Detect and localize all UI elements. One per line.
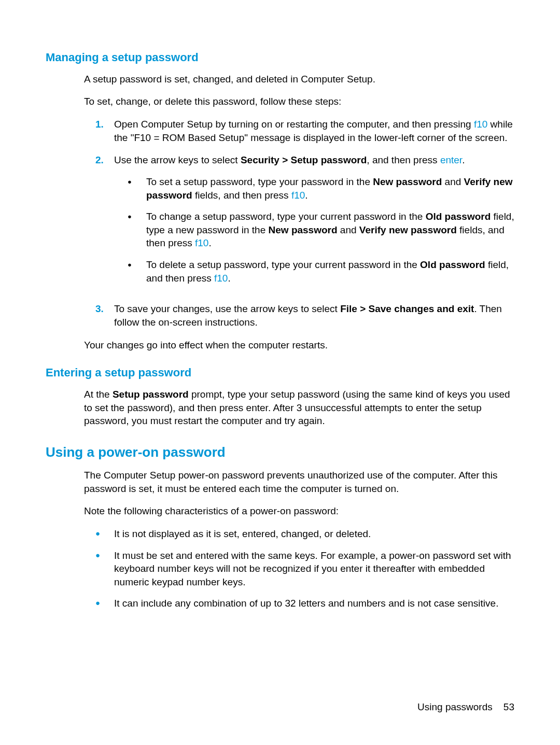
sub-bullet-content: To delete a setup password, type your cu… <box>146 258 514 285</box>
page-footer: Using passwords 53 <box>417 700 514 714</box>
paragraph: A setup password is set, changed, and de… <box>84 73 514 86</box>
paragraph: Your changes go into effect when the com… <box>84 339 514 352</box>
bullet-item: ● It can include any combination of up t… <box>95 597 514 610</box>
sub-bullet-content: To change a setup password, type your cu… <box>146 210 514 250</box>
bullet-icon: ● <box>95 597 114 610</box>
text: To set a setup password, type your passw… <box>146 176 373 187</box>
text: Open Computer Setup by turning on or res… <box>114 119 474 130</box>
bullet-content: It is not displayed as it is set, entere… <box>114 527 514 541</box>
keycap-f10: f10 <box>474 119 487 130</box>
bullet-icon: ● <box>95 527 114 541</box>
bullet-item: ● It is not displayed as it is set, ente… <box>95 527 514 541</box>
step-number: 3. <box>95 302 114 329</box>
sub-bullet-item: ● To change a setup password, type your … <box>128 210 514 250</box>
document-page: Managing a setup password A setup passwo… <box>0 0 560 651</box>
text: . <box>305 190 307 201</box>
bold-text: Setup password <box>113 389 189 400</box>
bullet-list: ● It is not displayed as it is set, ente… <box>95 527 514 610</box>
bold-text: Old password <box>420 259 485 270</box>
paragraph: Note the following characteristics of a … <box>84 504 514 518</box>
text: At the <box>84 389 113 400</box>
text: Use the arrow keys to select <box>114 154 241 165</box>
bullet-icon: ● <box>128 210 146 250</box>
bullet-content: It can include any combination of up to … <box>114 597 514 610</box>
heading-entering-setup-password: Entering a setup password <box>46 365 514 381</box>
step-number: 1. <box>95 118 114 144</box>
step-content: To save your changes, use the arrow keys… <box>114 302 514 329</box>
bold-text: File > Save changes and exit <box>340 303 474 314</box>
bullet-icon: ● <box>95 549 114 589</box>
keycap-f10: f10 <box>195 237 208 248</box>
keycap-enter: enter <box>440 154 462 165</box>
step-content: Open Computer Setup by turning on or res… <box>114 118 514 144</box>
paragraph: To set, change, or delete this password,… <box>84 95 514 108</box>
text: fields, and then press <box>192 190 291 201</box>
text: and <box>338 224 359 235</box>
heading-managing-setup-password: Managing a setup password <box>46 50 514 65</box>
sub-bullet-item: ● To set a setup password, type your pas… <box>128 175 514 202</box>
footer-section-title: Using passwords <box>417 701 493 712</box>
list-step-2: 2. Use the arrow keys to select Security… <box>95 153 514 293</box>
page-number: 53 <box>503 701 514 712</box>
heading-using-power-on-password: Using a power-on password <box>46 443 514 461</box>
text: and <box>442 176 464 187</box>
paragraph: At the Setup password prompt, type your … <box>84 388 514 428</box>
text: To delete a setup password, type your cu… <box>146 259 420 270</box>
text: To change a setup password, type your cu… <box>146 211 426 222</box>
bold-text: Security > Setup password <box>241 154 367 165</box>
sub-bullet-list: ● To set a setup password, type your pas… <box>128 175 514 285</box>
keycap-f10: f10 <box>214 273 228 284</box>
step-content: Use the arrow keys to select Security > … <box>114 153 514 293</box>
text: To save your changes, use the arrow keys… <box>114 303 340 314</box>
bold-text: New password <box>373 176 442 187</box>
text: , and then press <box>367 154 440 165</box>
bullet-icon: ● <box>128 258 146 285</box>
text: . <box>462 154 465 165</box>
bold-text: Old password <box>426 211 491 222</box>
list-step-3: 3. To save your changes, use the arrow k… <box>95 302 514 329</box>
paragraph: The Computer Setup power-on password pre… <box>84 469 514 495</box>
text: . <box>228 273 230 284</box>
step-number: 2. <box>95 153 114 293</box>
text: . <box>208 237 211 248</box>
bullet-content: It must be set and entered with the same… <box>114 549 514 589</box>
bullet-icon: ● <box>128 175 146 202</box>
bullet-item: ● It must be set and entered with the sa… <box>95 549 514 589</box>
bold-text: New password <box>269 224 338 235</box>
list-step-1: 1. Open Computer Setup by turning on or … <box>95 118 514 144</box>
bold-text: Verify new password <box>359 224 457 235</box>
sub-bullet-item: ● To delete a setup password, type your … <box>128 258 514 285</box>
keycap-f10: f10 <box>291 190 305 201</box>
sub-bullet-content: To set a setup password, type your passw… <box>146 175 514 202</box>
ordered-list: 1. Open Computer Setup by turning on or … <box>95 118 514 329</box>
